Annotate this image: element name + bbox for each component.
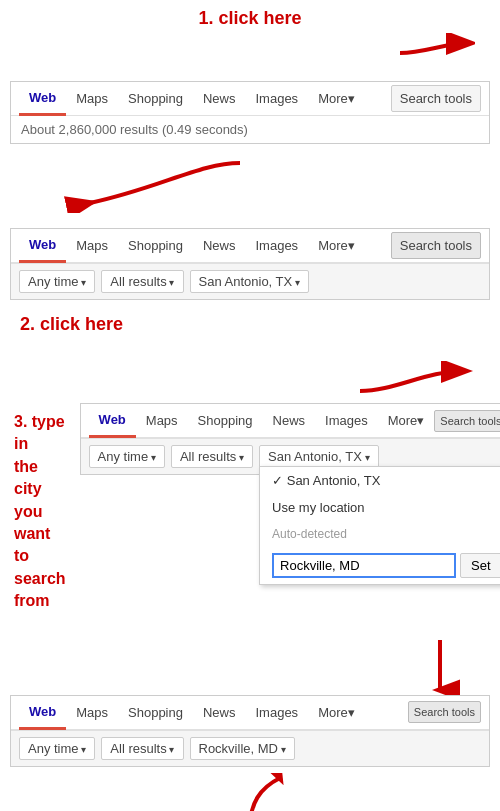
step3-toolbar: Any time All results San Antonio, TX San… (81, 438, 500, 474)
step3-results-filter[interactable]: All results (171, 445, 253, 468)
step2-tab-web[interactable]: Web (19, 229, 66, 263)
step4-toolbar: Any time All results Rockville, MD (11, 730, 489, 766)
step1-tab-more[interactable]: More▾ (308, 83, 365, 114)
step3-arrow-icon (355, 361, 475, 401)
step1-result-info: About 2,860,000 results (0.49 seconds) (11, 116, 489, 143)
step2-toolbar: Any time All results San Antonio, TX (11, 263, 489, 299)
step1-tab-web[interactable]: Web (19, 82, 66, 116)
step3-dropdown-use-location[interactable]: Use my location (260, 494, 500, 521)
step4-tab-shopping[interactable]: Shopping (118, 697, 193, 728)
step3-search-tools-button[interactable]: Search tools (434, 410, 500, 432)
step3-row: 3. type in the city you want to search f… (0, 403, 500, 621)
step2-location-filter[interactable]: San Antonio, TX (190, 270, 310, 293)
step2-panel: Web Maps Shopping News Images More▾ Sear… (10, 228, 490, 300)
step3-panel: Web Maps Shopping News Images More▾ Sear… (80, 403, 500, 475)
step1-tab-shopping[interactable]: Shopping (118, 83, 193, 114)
step1-tab-maps[interactable]: Maps (66, 83, 118, 114)
step3-tab-images[interactable]: Images (315, 405, 378, 436)
step3-to-step4-arrow-icon (400, 635, 460, 695)
step2-results-filter[interactable]: All results (101, 270, 183, 293)
step2-navbar: Web Maps Shopping News Images More▾ Sear… (11, 229, 489, 263)
step1-instruction: 1. click here (0, 0, 500, 33)
step3-navbar: Web Maps Shopping News Images More▾ Sear… (81, 404, 500, 438)
step1-tab-images[interactable]: Images (245, 83, 308, 114)
step3-tab-more[interactable]: More▾ (378, 405, 435, 436)
step2-tab-shopping[interactable]: Shopping (118, 230, 193, 261)
step1-navbar: Web Maps Shopping News Images More▾ Sear… (11, 82, 489, 116)
step3-tab-news[interactable]: News (263, 405, 316, 436)
step4-location-filter[interactable]: Rockville, MD (190, 737, 295, 760)
step3-dropdown-auto-detected: Auto-detected (260, 521, 500, 547)
step4-tab-maps[interactable]: Maps (66, 697, 118, 728)
step2-time-filter[interactable]: Any time (19, 270, 95, 293)
step3-dropdown-san-antonio[interactable]: San Antonio, TX (260, 467, 500, 494)
step4-tab-images[interactable]: Images (245, 697, 308, 728)
step3-set-button[interactable]: Set (460, 553, 500, 578)
step3-location-input[interactable] (272, 553, 456, 578)
step2-tab-more[interactable]: More▾ (308, 230, 365, 261)
step3-dropdown-menu: San Antonio, TX Use my location Auto-det… (259, 466, 500, 585)
step2-instruction: 2. click here (0, 306, 500, 339)
step2-tab-maps[interactable]: Maps (66, 230, 118, 261)
step4-tab-news[interactable]: News (193, 697, 246, 728)
step3-tab-web[interactable]: Web (89, 404, 136, 438)
step2-search-tools-button[interactable]: Search tools (391, 232, 481, 259)
step4-tab-web[interactable]: Web (19, 696, 66, 730)
step4-time-filter[interactable]: Any time (19, 737, 95, 760)
step2-tab-news[interactable]: News (193, 230, 246, 261)
step3-location-input-row: Set (260, 547, 500, 584)
step2-arrow-icon (60, 158, 260, 213)
step3-tab-shopping[interactable]: Shopping (188, 405, 263, 436)
step4-results-filter[interactable]: All results (101, 737, 183, 760)
step4-arrow-icon (170, 773, 330, 811)
step3-location-dropdown-container: San Antonio, TX San Antonio, TX Use my l… (259, 449, 379, 464)
step3-instruction: 3. type in the city you want to search f… (0, 403, 80, 621)
step4-search-tools-button[interactable]: Search tools (408, 701, 481, 723)
step1-tab-news[interactable]: News (193, 83, 246, 114)
step4-panel: Web Maps Shopping News Images More▾ Sear… (10, 695, 490, 767)
step4-navbar: Web Maps Shopping News Images More▾ Sear… (11, 696, 489, 730)
step1-search-tools-button[interactable]: Search tools (391, 85, 481, 112)
step1-arrow-icon (395, 33, 475, 73)
step4-tab-more[interactable]: More▾ (308, 697, 365, 728)
step2-tab-images[interactable]: Images (245, 230, 308, 261)
step1-panel: Web Maps Shopping News Images More▾ Sear… (10, 81, 490, 144)
step3-tab-maps[interactable]: Maps (136, 405, 188, 436)
step3-location-filter[interactable]: San Antonio, TX (259, 445, 379, 468)
step3-time-filter[interactable]: Any time (89, 445, 165, 468)
